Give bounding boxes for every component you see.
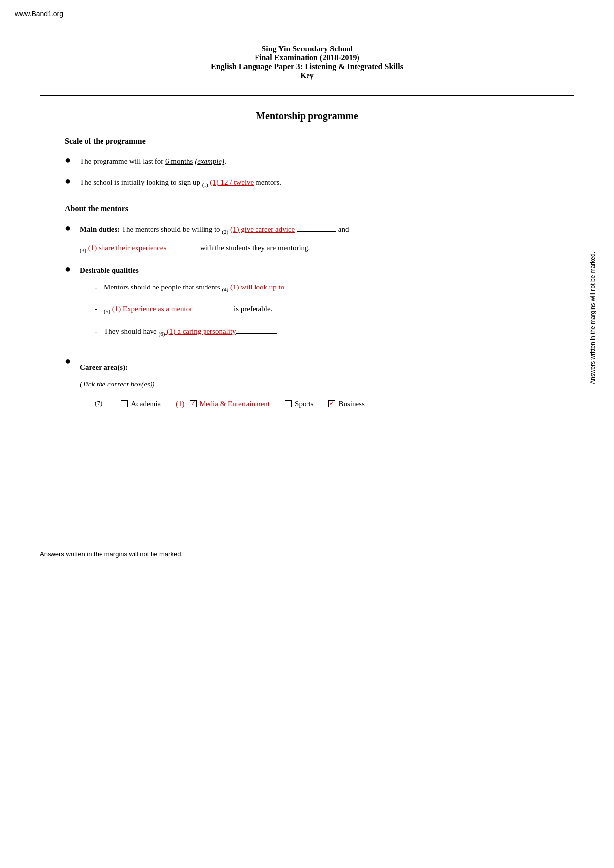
checkbox-sports-box bbox=[285, 400, 292, 407]
main-duties-text-after: with the students they are mentoring. bbox=[200, 244, 310, 252]
checkbox-academia-label: Academia bbox=[131, 398, 161, 410]
website-url: www.Band1.org bbox=[15, 10, 63, 18]
side-margin-note: Answers written in the margins will not … bbox=[589, 252, 596, 384]
document-header: Sing Yin Secondary School Final Examinat… bbox=[30, 45, 584, 80]
desirable-sub-1: - Mentors should be people that students… bbox=[95, 281, 549, 294]
desirable-sub-3-content: They should have (6) (1) a caring person… bbox=[104, 325, 549, 338]
desirable-sub1-before: Mentors should be people that students bbox=[104, 283, 222, 291]
desirable-content: Desirable qualities - Mentors should be … bbox=[80, 264, 549, 347]
desirable-sub-list: - Mentors should be people that students… bbox=[95, 281, 549, 338]
bullet-dot-1: ● bbox=[65, 154, 71, 166]
desirable-sub3-after: . bbox=[276, 327, 278, 335]
checkbox-academia: Academia bbox=[121, 398, 161, 410]
checkbox-academia-box bbox=[121, 400, 128, 407]
scale-q1-num: (1) bbox=[202, 182, 208, 188]
scale-bullet-2: ● The school is initially looking to sig… bbox=[65, 176, 549, 190]
desirable-label: Desirable qualities bbox=[80, 266, 139, 274]
checkbox-media: (1) ✓ Media & Entertainment bbox=[176, 398, 270, 410]
footer-note: Answers written in the margins will not … bbox=[40, 550, 584, 558]
desirable-sub2-after: is preferable. bbox=[232, 305, 272, 313]
q2-num: (2) bbox=[222, 229, 228, 235]
desirable-sub-1-content: Mentors should be people that students (… bbox=[104, 281, 549, 294]
main-duties-bullet: ● Main duties: The mentors should be wil… bbox=[65, 223, 549, 255]
dash-2: - bbox=[95, 303, 97, 315]
desirable-sub-2-content: (5) (1) Experience as a mentor is prefer… bbox=[104, 303, 549, 316]
main-duties-text-before: The mentors should be willing to bbox=[122, 225, 222, 233]
desirable-sub3-answer: (1) a caring personality bbox=[165, 327, 236, 335]
scale-bullets: ● The programme will last for 6 months (… bbox=[65, 155, 549, 190]
career-bullet: ● Career area(s): (Tick the correct box(… bbox=[65, 356, 549, 410]
checkbox-media-box: ✓ bbox=[190, 400, 197, 407]
q4-num: (4) bbox=[222, 287, 228, 292]
exam-title: Final Examination (2018-2019) bbox=[30, 53, 584, 62]
bullet-dot-4: ● bbox=[65, 263, 71, 275]
checkbox-row: (7) Academia (1) ✓ Media & Entertainment bbox=[95, 398, 549, 410]
key-label: Key bbox=[30, 71, 584, 80]
dash-3: - bbox=[95, 325, 97, 337]
box-title: Mentorship programme bbox=[65, 110, 549, 122]
main-duties-answer2: (1) give career advice bbox=[230, 225, 295, 233]
career-content: Career area(s): (Tick the correct box(es… bbox=[80, 361, 549, 410]
q6-num: (6) bbox=[158, 331, 165, 337]
checkbox-business: ✓ Business bbox=[328, 398, 364, 410]
mentors-heading: About the mentors bbox=[65, 204, 549, 213]
scale-bullet-1-answer: 6 months bbox=[165, 157, 193, 165]
scale-bullet-2-content: The school is initially looking to sign … bbox=[80, 176, 549, 190]
scale-bullet-2-text-after: mentors. bbox=[256, 178, 281, 186]
desirable-sub-3: - They should have (6) (1) a caring pers… bbox=[95, 325, 549, 338]
q7-num: (7) bbox=[95, 398, 102, 409]
dash-1: - bbox=[95, 281, 97, 293]
side-margin-note-container: Answers written in the margins will not … bbox=[589, 194, 596, 441]
checkbox-media-label: Media & Entertainment bbox=[200, 398, 270, 410]
bullet-dot-5: ● bbox=[65, 355, 71, 367]
main-content-box: Answers written in the margins will not … bbox=[40, 95, 574, 540]
desirable-sub2-answer: (1) Experience as a mentor bbox=[110, 305, 192, 313]
q5-num: (5) bbox=[104, 308, 110, 314]
desirable-sub3-before: They should have bbox=[104, 327, 158, 335]
school-name: Sing Yin Secondary School bbox=[30, 45, 584, 53]
scale-heading: Scale of the programme bbox=[65, 137, 549, 145]
q3-num: (3) bbox=[80, 247, 86, 253]
scale-bullet-2-text-before: The school is initially looking to sign … bbox=[80, 178, 202, 186]
scale-bullet-1-text-before: The programme will last for bbox=[80, 157, 165, 165]
tick-instruction: (Tick the correct box(es)) bbox=[80, 378, 549, 390]
main-duties-answer3: (1) share their experiences bbox=[88, 244, 167, 252]
career-heading: Career area(s): bbox=[80, 363, 128, 371]
paper-title: English Language Paper 3: Listening & In… bbox=[30, 62, 584, 71]
desirable-sub1-answer: (1) will look up to bbox=[228, 283, 284, 291]
main-duties-line1: Main duties: The mentors should be willi… bbox=[80, 223, 549, 237]
desirable-sub-2: - (5) (1) Experience as a mentor is pref… bbox=[95, 303, 549, 316]
scale-bullet-1-content: The programme will last for 6 months (ex… bbox=[80, 155, 549, 167]
scale-bullet-1: ● The programme will last for 6 months (… bbox=[65, 155, 549, 167]
main-duties-content: Main duties: The mentors should be willi… bbox=[80, 223, 549, 255]
bullet-dot-2: ● bbox=[65, 175, 71, 187]
scale-bullet-1-example: (example) bbox=[195, 157, 224, 165]
scale-bullet-2-answer: (1) 12 / twelve bbox=[210, 178, 254, 186]
desirable-bullet: ● Desirable qualities - Mentors should b… bbox=[65, 264, 549, 347]
checkbox-business-box: ✓ bbox=[328, 400, 335, 407]
mentors-bullets: ● Main duties: The mentors should be wil… bbox=[65, 223, 549, 410]
bullet-dot-3: ● bbox=[65, 222, 71, 234]
checkbox-sports: Sports bbox=[285, 398, 313, 410]
desirable-sub1-after: . bbox=[314, 283, 316, 291]
checkbox-business-label: Business bbox=[338, 398, 364, 410]
main-duties-label: Main duties: bbox=[80, 225, 120, 233]
main-duties-and: and bbox=[338, 225, 349, 233]
checkbox-sports-label: Sports bbox=[295, 398, 313, 410]
scale-bullet-1-period: . bbox=[224, 157, 226, 165]
media-answer-prefix: (1) bbox=[176, 398, 185, 410]
main-duties-line2: (3) (1) share their experiences with the… bbox=[80, 242, 549, 255]
